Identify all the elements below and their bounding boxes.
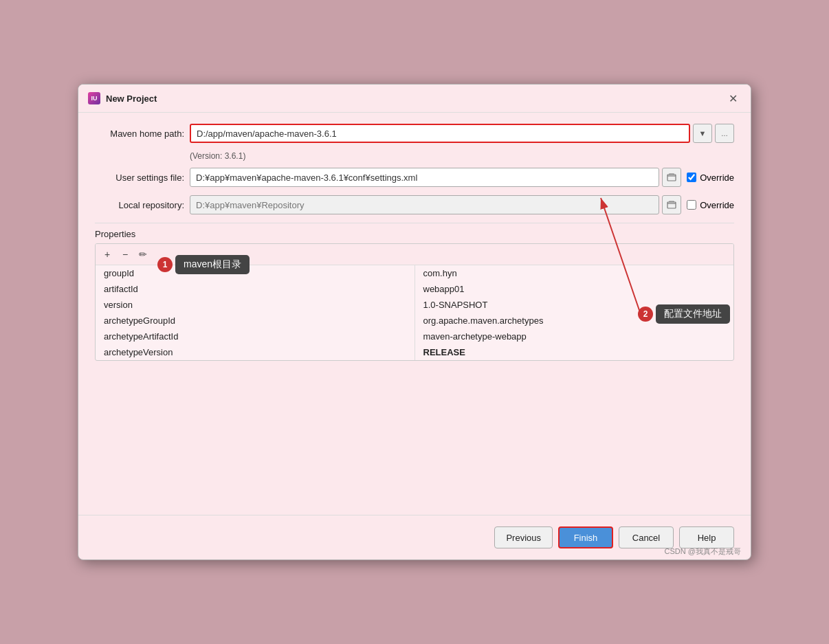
dialog-title: New Project <box>106 93 719 104</box>
footer-buttons: Previous Finish Cancel Help <box>78 515 751 559</box>
prop-value: webapp01 <box>414 281 733 297</box>
user-settings-input-wrapper <box>190 168 681 187</box>
table-row[interactable]: archetypeVersionRELEASE <box>96 344 733 360</box>
table-row[interactable]: archetypeGroupIdorg.apache.maven.archety… <box>96 313 733 329</box>
user-settings-override-label: Override <box>700 173 734 183</box>
props-table: groupIdcom.hynartifactIdwebapp01version1… <box>96 265 733 360</box>
local-repo-input[interactable] <box>190 195 659 214</box>
props-remove-btn[interactable]: − <box>118 247 133 262</box>
prop-key: archetypeGroupId <box>96 313 414 329</box>
prop-value: org.apache.maven.archetypes <box>414 313 733 329</box>
help-button[interactable]: Help <box>679 526 734 548</box>
finish-button[interactable]: Finish <box>558 526 613 548</box>
local-repo-row: Local repository: Override <box>95 195 734 214</box>
local-repo-override-label: Override <box>700 200 734 210</box>
user-settings-row: User settings file: Override <box>95 168 734 187</box>
maven-home-input[interactable] <box>190 124 690 143</box>
user-settings-override-checkbox[interactable] <box>687 173 696 182</box>
table-row[interactable]: version1.0-SNAPSHOT <box>96 297 733 313</box>
user-settings-browse-btn[interactable] <box>662 168 681 187</box>
version-note: (Version: 3.6.1) <box>190 151 734 161</box>
table-row[interactable]: archetypeArtifactIdmaven-archetype-webap… <box>96 329 733 344</box>
app-icon: IU <box>88 92 100 104</box>
user-settings-input[interactable] <box>190 168 659 187</box>
local-repo-browse-btn[interactable] <box>662 195 681 214</box>
local-repo-input-wrapper <box>190 195 681 214</box>
prop-value: RELEASE <box>414 344 733 360</box>
props-toolbar: + − ✏ <box>96 244 733 265</box>
prop-key: archetypeArtifactId <box>96 329 414 344</box>
maven-home-row: Maven home path: ▼ … <box>95 124 734 143</box>
section-divider <box>95 223 734 223</box>
title-bar: IU New Project ✕ <box>78 85 751 113</box>
maven-home-input-wrapper: ▼ … <box>190 124 734 143</box>
watermark: CSDN @我真不是戒哥 <box>665 546 741 557</box>
properties-section-label: Properties <box>95 229 734 239</box>
empty-space <box>95 361 734 498</box>
svg-rect-1 <box>667 202 676 208</box>
prop-value: com.hyn <box>414 265 733 281</box>
prop-key: version <box>96 297 414 313</box>
local-repo-override-wrap: Override <box>687 200 734 210</box>
prop-key: artifactId <box>96 281 414 297</box>
local-repo-override-checkbox[interactable] <box>687 200 696 210</box>
table-row[interactable]: groupIdcom.hyn <box>96 265 733 281</box>
table-row[interactable]: artifactIdwebapp01 <box>96 281 733 297</box>
local-repo-label: Local repository: <box>95 200 184 210</box>
previous-button[interactable]: Previous <box>494 526 553 548</box>
cancel-button[interactable]: Cancel <box>619 526 674 548</box>
new-project-dialog: IU New Project ✕ Maven home path: ▼ … (V… <box>78 84 751 560</box>
maven-home-dropdown-btn[interactable]: ▼ <box>693 124 712 143</box>
close-button[interactable]: ✕ <box>725 90 741 107</box>
user-settings-label: User settings file: <box>95 173 184 183</box>
dialog-body: Maven home path: ▼ … (Version: 3.6.1) Us… <box>78 113 751 509</box>
maven-home-browse-btn[interactable]: … <box>715 124 734 143</box>
maven-home-label: Maven home path: <box>95 129 184 139</box>
properties-table-area: + − ✏ groupIdcom.hynartifactIdwebapp01ve… <box>95 243 734 361</box>
prop-key: archetypeVersion <box>96 344 414 360</box>
props-edit-btn[interactable]: ✏ <box>135 247 151 262</box>
prop-value: 1.0-SNAPSHOT <box>414 297 733 313</box>
user-settings-override-wrap: Override <box>687 173 734 183</box>
svg-rect-0 <box>667 175 676 181</box>
props-add-btn[interactable]: + <box>100 247 115 262</box>
prop-key: groupId <box>96 265 414 281</box>
prop-value: maven-archetype-webapp <box>414 329 733 344</box>
